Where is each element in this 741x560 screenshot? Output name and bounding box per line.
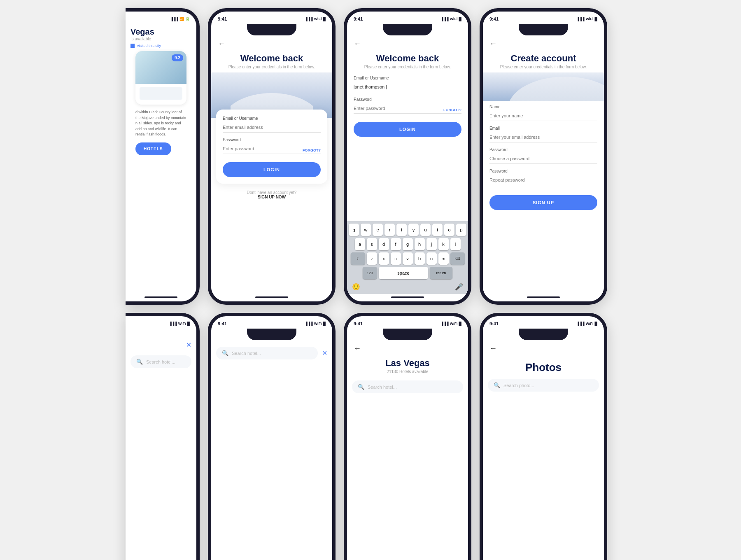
password-label: Password — [489, 147, 597, 152]
hotel-image: 9.2 — [135, 51, 186, 84]
phone-notch — [247, 24, 296, 35]
back-button[interactable]: ← — [211, 35, 332, 50]
hotel-image-interior — [140, 87, 182, 100]
close-icon[interactable]: ✕ — [186, 341, 191, 349]
emoji-icon[interactable]: 🙂 — [352, 283, 360, 291]
key-p[interactable]: p — [456, 224, 466, 236]
visited-tag: visited this city — [137, 44, 161, 48]
key-a[interactable]: a — [355, 238, 365, 250]
status-bar: 9:41 ▐▐▐ WiFi █ — [483, 316, 604, 329]
welcome-title: Welcome back — [211, 50, 332, 65]
hotels-button[interactable]: HOTELS — [135, 142, 171, 155]
key-t[interactable]: t — [396, 224, 407, 236]
search-placeholder: Search hotel... — [146, 359, 186, 364]
back-button[interactable]: ← — [347, 340, 468, 355]
status-bar: 9:41 ▐▐▐ WiFi █ — [347, 12, 468, 24]
status-icons: ▐▐▐ WiFi █ — [305, 17, 326, 21]
back-button[interactable]: ← — [483, 35, 604, 50]
key-g[interactable]: g — [403, 238, 413, 250]
key-v[interactable]: v — [403, 252, 413, 265]
key-space[interactable]: space — [379, 267, 428, 279]
status-icons: ▐▐▐ WiFi █ — [441, 322, 461, 326]
rating-badge: 9.2 — [172, 54, 183, 61]
mic-icon[interactable]: 🎤 — [455, 283, 463, 291]
key-l[interactable]: l — [450, 238, 461, 250]
key-shift[interactable]: ⇧ — [351, 252, 365, 265]
hotel-card: 9.2 — [135, 51, 186, 105]
email-label: Email — [489, 126, 597, 131]
status-time: 9:41 — [218, 16, 227, 21]
key-y[interactable]: y — [408, 224, 419, 236]
city-hotels-screen: ← Las Vegas 21130 Hotels available 🔍 Sea… — [347, 340, 468, 560]
password-input[interactable] — [489, 154, 597, 164]
email-input[interactable] — [223, 122, 321, 133]
welcome-subtitle: Please enter your credentials in the for… — [211, 65, 332, 72]
back-button[interactable]: ← — [347, 35, 468, 50]
key-m[interactable]: m — [438, 252, 449, 265]
search-bar[interactable]: 🔍 Search hotel... — [130, 355, 191, 368]
phone-notch — [247, 329, 296, 340]
search-partial-screen: ✕ 🔍 Search hotel... — [126, 329, 196, 560]
key-e[interactable]: e — [373, 224, 383, 236]
key-k[interactable]: k — [438, 238, 449, 250]
key-return[interactable]: return — [430, 267, 452, 279]
password-field-row: Password FORGOT? — [223, 138, 321, 159]
close-icon[interactable]: ✕ — [322, 349, 327, 357]
forgot-link[interactable]: FORGOT? — [443, 108, 461, 112]
status-icons: ▐▐▐ WiFi █ — [169, 322, 190, 326]
key-c[interactable]: c — [391, 252, 401, 265]
key-r[interactable]: r — [384, 224, 395, 236]
battery-icon: █ — [595, 322, 597, 326]
search-icon: 🔍 — [136, 359, 143, 365]
no-account-text: Dont' have an account yet? — [247, 190, 297, 195]
status-bar: 9:41 ▐▐▐ WiFi █ — [347, 316, 468, 329]
key-h[interactable]: h — [415, 238, 425, 250]
key-f[interactable]: f — [391, 238, 401, 250]
phone-notch — [519, 329, 568, 340]
password-label: Password — [354, 97, 461, 102]
signup-link[interactable]: SIGN UP NOW — [211, 195, 332, 199]
key-o[interactable]: o — [444, 224, 454, 236]
phone-content: ← Welcome back Please enter your credent… — [211, 35, 332, 294]
key-i[interactable]: i — [432, 224, 443, 236]
phone-content: ← Las Vegas 21130 Hotels available 🔍 Sea… — [347, 340, 468, 560]
forgot-link[interactable]: FORGOT? — [303, 148, 321, 152]
login-button[interactable]: LOGIN — [354, 122, 461, 137]
email-input[interactable] — [489, 132, 597, 142]
phone-city-partial: ▐▐▐ 📶 🔋 Vegas Is available visited this … — [126, 8, 200, 305]
signup-button[interactable]: SIGN UP — [489, 195, 597, 210]
key-x[interactable]: x — [379, 252, 389, 265]
wifi-icon: WiFi — [314, 17, 322, 21]
login-button[interactable]: LOGIN — [223, 162, 321, 177]
status-bar: ▐▐▐ 📶 🔋 — [126, 12, 196, 24]
repeat-password-input[interactable] — [489, 175, 597, 185]
key-123[interactable]: 123 — [363, 267, 377, 279]
photos-title: Photos — [483, 355, 604, 376]
key-q[interactable]: q — [349, 224, 359, 236]
battery-icon: █ — [323, 322, 326, 326]
key-u[interactable]: u — [420, 224, 431, 236]
key-w[interactable]: w — [361, 224, 371, 236]
phone-notch — [383, 24, 432, 35]
key-d[interactable]: d — [379, 238, 389, 250]
status-time: 9:41 — [489, 16, 499, 21]
email-input-filled[interactable] — [354, 82, 461, 92]
key-s[interactable]: s — [367, 238, 377, 250]
key-b[interactable]: b — [415, 252, 425, 265]
key-z[interactable]: z — [367, 252, 377, 265]
status-time: 9:41 — [218, 321, 227, 326]
status-bar: 9:41 ▐▐▐ WiFi █ — [483, 12, 604, 24]
search-icon: 🔍 — [358, 384, 364, 390]
phone-notch — [519, 24, 568, 35]
key-j[interactable]: j — [426, 238, 437, 250]
back-button[interactable]: ← — [483, 340, 604, 355]
photo-search-bar[interactable]: 🔍 Search photo... — [488, 379, 599, 392]
description-text: d within Clark County loor of the Mojave… — [130, 108, 191, 139]
key-delete[interactable]: ⌫ — [450, 252, 465, 265]
hotel-search-bar[interactable]: 🔍 Search hotel... — [352, 380, 463, 393]
name-input[interactable] — [489, 111, 597, 121]
create-subtitle: Please enter your credentials in the for… — [483, 65, 604, 72]
search-bar[interactable]: 🔍 Search hotel... — [216, 347, 318, 359]
key-n[interactable]: n — [426, 252, 437, 265]
name-field: Name — [489, 105, 597, 121]
